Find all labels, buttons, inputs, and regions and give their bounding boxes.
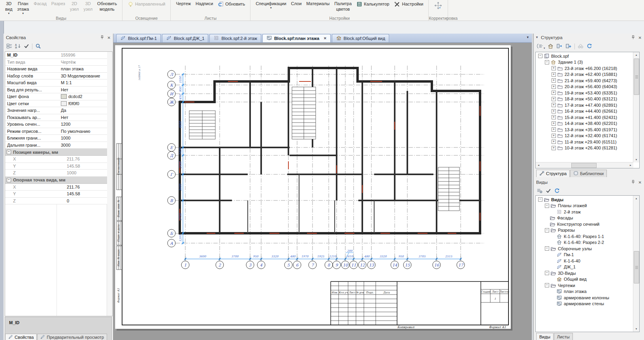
pin-icon[interactable] [631, 180, 635, 185]
tree-item[interactable]: +10-й этаж +26.400 (61281) [537, 145, 633, 151]
ribbon-button-3d-вид[interactable]: 3D вид▾ [3, 0, 14, 15]
panel-tab-свойства[interactable]: Свойства [5, 334, 37, 340]
expand-icon[interactable]: + [552, 121, 556, 126]
ribbon-button-разрез[interactable]: Разрез [49, 0, 67, 8]
panel-tab-структура[interactable]: Структура [536, 170, 570, 177]
tree-item[interactable]: −Чертежи [537, 282, 633, 289]
ribbon-button-палитра-цветов[interactable]: Палитра цветов [332, 0, 354, 13]
property-value[interactable]: 3D Моделирование [58, 74, 107, 78]
tree-item[interactable]: +13-й этаж +35.400 (61971) [537, 127, 633, 133]
property-value[interactable]: Чертёж [58, 60, 107, 64]
panel-tab-листы[interactable]: Листы [554, 333, 573, 340]
ribbon-button-фасад[interactable]: Фасад [32, 0, 49, 8]
property-value[interactable]: Да [58, 108, 107, 113]
building-export-icon[interactable] [556, 43, 563, 50]
expand-icon[interactable]: + [552, 109, 556, 113]
ribbon-button-настройки[interactable]: Настройки [392, 0, 425, 8]
ribbon-button-2d-узел[interactable]: 2D узел [68, 0, 81, 13]
ribbon-button-обновить-модель[interactable]: Обновить модель [95, 0, 119, 13]
tree-item[interactable]: Пм-1 [537, 252, 633, 258]
tree-item[interactable]: армирование стены [537, 301, 633, 307]
document-tab[interactable]: Block.spf:Общий вид [332, 34, 389, 42]
property-value[interactable]: f0f0f0 [58, 101, 107, 106]
collapse-icon[interactable]: − [545, 204, 549, 208]
tree-item[interactable]: +20-й этаж +56.400 (64043) [537, 84, 633, 90]
property-value[interactable]: 211.76 [64, 157, 107, 161]
expand-icon[interactable]: + [552, 97, 556, 101]
ribbon-button-слои[interactable]: Слои [289, 0, 304, 8]
expand-icon[interactable]: + [552, 72, 556, 77]
tree-item[interactable]: +22-й этаж +62.400 (15881) [537, 72, 633, 78]
document-tab[interactable]: Block.spf:план этажа✕ [262, 34, 331, 42]
apply-check-icon[interactable] [546, 188, 551, 194]
panel-tab-библиотеки[interactable]: Библиотеки [570, 170, 607, 177]
document-tab[interactable]: Block.spf:Пм-1 [116, 34, 161, 42]
drawing-canvas[interactable]: 3600370095033204801970192512101610480332… [113, 43, 532, 340]
close-icon[interactable]: ✕ [638, 180, 642, 185]
panel-tab-предварительный-просмотр[interactable]: Предварительный просмотр [37, 334, 107, 340]
ribbon-button-материалы[interactable]: Материалы [304, 0, 331, 8]
views-vscrollbar[interactable]: ▲▼ [633, 196, 639, 332]
expand-icon[interactable]: + [552, 146, 556, 150]
collapse-icon[interactable]: − [538, 197, 542, 202]
tree-item[interactable]: +15-й этаж +41.400 (62431) [537, 114, 633, 121]
property-value[interactable]: 3000 [58, 143, 107, 147]
property-value[interactable]: 1000 [64, 170, 107, 175]
property-value[interactable]: 0 [64, 198, 107, 203]
tree-item[interactable]: Фасады [537, 215, 633, 221]
tree-item[interactable]: армирование колонны [537, 295, 633, 301]
expand-icon[interactable]: + [552, 66, 556, 70]
sort-az-icon[interactable]: АЯ [15, 43, 21, 50]
tree-item[interactable]: −Block.spf [537, 53, 633, 59]
tree-item[interactable]: −Разрезы [537, 227, 633, 234]
ribbon-button-направленный[interactable]: Направленный [126, 0, 168, 8]
pin-icon[interactable] [631, 35, 635, 40]
expand-icon[interactable]: + [552, 115, 556, 119]
ribbon-button-спецификации[interactable]: Спецификации▾ [254, 0, 288, 9]
building-add-icon[interactable] [565, 43, 572, 50]
tree-item[interactable]: −Виды [537, 196, 633, 203]
tree-item[interactable]: Конструктор сечений [537, 221, 633, 227]
tree-item[interactable]: +16-й этаж +44.400 (62661) [537, 108, 633, 115]
tree-item[interactable]: К-1-6-40: Разрез 1-1 [537, 233, 633, 240]
document-tab[interactable]: Block.spf:2-й этаж [209, 34, 261, 42]
tree-item[interactable]: +14-й этаж +38.400 (62201) [537, 121, 633, 127]
close-icon[interactable]: ✕ [107, 36, 111, 40]
categorize-icon[interactable] [6, 43, 12, 50]
tree-item[interactable]: −Планы этажей [537, 203, 633, 209]
property-value[interactable]: план этажа [58, 66, 107, 71]
search-icon[interactable] [35, 43, 41, 50]
panel-tab-виды[interactable]: Виды [536, 333, 554, 340]
tree-item[interactable]: +23-й этаж +66.200 (16218) [537, 65, 633, 72]
tree-item[interactable]: +21-й этаж +59.400 (64273) [537, 77, 633, 84]
tree-item[interactable]: 2-й этаж [537, 209, 633, 215]
ribbon-button-чертеж[interactable]: Чертеж [174, 0, 193, 8]
property-grid-scrollbar[interactable] [107, 52, 112, 316]
property-value[interactable]: 211.76 [64, 185, 107, 189]
tree-item[interactable]: план этажа [537, 289, 633, 295]
tree-item[interactable]: К-1-6-40: Разрез 2-2 [537, 240, 633, 246]
dock-collapse-icon[interactable]: ▼ [535, 36, 539, 39]
tab-overflow-icon[interactable]: ▾ [527, 35, 529, 39]
expand-icon[interactable]: + [552, 85, 556, 89]
home-icon[interactable] [548, 43, 554, 50]
collapse-icon[interactable]: − [545, 228, 549, 232]
tree-item[interactable]: +12-й этаж +32.400 (61741) [537, 133, 633, 139]
tree-item[interactable]: ДЖ_1 [537, 264, 633, 270]
ribbon-button-3d-узел[interactable]: 3D узел [81, 0, 94, 13]
property-value[interactable]: Нет [58, 115, 107, 120]
property-value[interactable]: Нет [58, 87, 107, 92]
ribbon-button-калькулятор[interactable]: Калькулятор [354, 0, 391, 8]
tree-item[interactable]: −Здание 1 (3) [537, 59, 633, 66]
tree-item[interactable]: −Сборочные узлы [537, 246, 633, 252]
view-settings-icon[interactable] [537, 188, 543, 195]
structure-vscrollbar[interactable]: ▲▼ [633, 52, 639, 162]
collapse-icon[interactable]: − [545, 271, 549, 275]
tree-item[interactable]: +18-й этаж +50.400 (63121) [537, 96, 633, 102]
expand-icon[interactable]: + [552, 140, 556, 144]
property-value[interactable]: 1200 [58, 122, 107, 127]
close-icon[interactable]: ✕ [324, 36, 327, 40]
document-tab[interactable]: Block.spf:ДЖ_1 [162, 34, 209, 42]
property-value[interactable]: 145.58 [64, 191, 107, 196]
expand-icon[interactable]: + [552, 91, 556, 95]
